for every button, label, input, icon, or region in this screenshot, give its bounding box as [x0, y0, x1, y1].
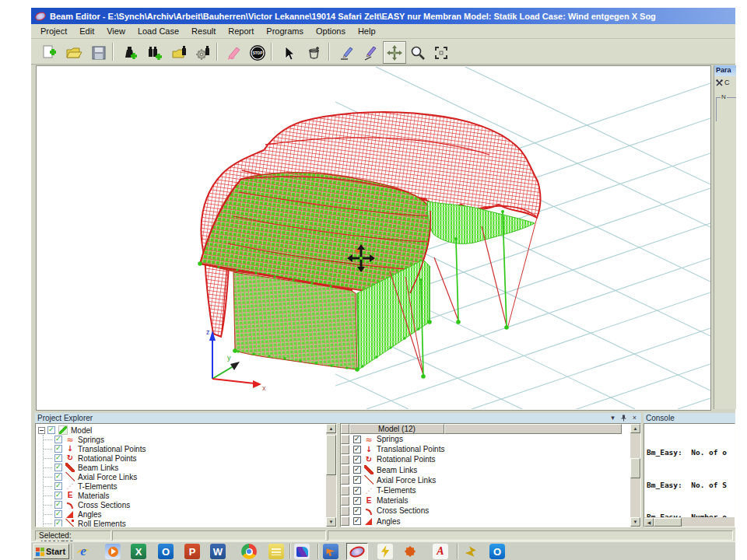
menu-view[interactable]: View [100, 26, 132, 37]
start-button[interactable]: Start [33, 544, 69, 559]
dock-menu-button[interactable]: ▾ [608, 414, 617, 422]
scroll-thumb[interactable] [326, 435, 336, 475]
model-row[interactable]: Rotational Points [341, 454, 640, 464]
parameter-panel-title[interactable]: Para [714, 65, 736, 76]
tree-row[interactable]: Materials [44, 491, 336, 500]
internet-explorer-icon[interactable]: e [75, 544, 91, 559]
model-row[interactable]: T-Elements [341, 485, 640, 495]
menu-load-case[interactable]: Load Case [132, 26, 185, 37]
tree-label[interactable]: T-Elements [78, 482, 117, 491]
tree-label[interactable]: Translational Points [78, 445, 146, 453]
t-elements-checkbox[interactable] [353, 487, 361, 495]
model-row-label[interactable]: Translational Points [377, 445, 444, 453]
project-explorer-header[interactable]: Project Explorer ▾ × [35, 413, 641, 423]
dock-pin-button[interactable] [619, 414, 628, 422]
model-row-label[interactable]: Springs [377, 435, 403, 443]
tree-row[interactable]: Axial Force Links [44, 472, 336, 481]
menu-options[interactable]: Options [310, 26, 352, 37]
excel-icon[interactable]: X [131, 544, 146, 559]
result-options-button[interactable] [191, 41, 215, 64]
model-row[interactable]: Axial Force Links [341, 475, 640, 485]
model-row[interactable]: Beam Links [341, 465, 640, 475]
console-scrollbar[interactable]: ◀ [644, 517, 735, 527]
menu-project[interactable]: Project [34, 26, 73, 37]
outlook-icon[interactable]: O [158, 544, 174, 559]
materials-checkbox[interactable] [54, 492, 62, 499]
translational-points-checkbox[interactable] [54, 445, 62, 453]
new-load-components-button[interactable] [143, 41, 167, 64]
scroll-down-button[interactable]: ▼ [326, 517, 336, 527]
axial-force-links-checkbox[interactable] [54, 473, 62, 481]
tree-row-model[interactable]: Model [36, 425, 336, 435]
media-player-icon[interactable] [105, 544, 121, 559]
beam-editor-taskbar-button[interactable] [346, 543, 368, 560]
color-palette-icon[interactable] [294, 544, 310, 559]
lightning-app-icon[interactable] [377, 544, 393, 559]
console-header[interactable]: Console [644, 413, 735, 423]
tree-scrollbar[interactable]: ▲ ▼ [326, 424, 336, 527]
scroll-thumb[interactable] [630, 458, 640, 478]
beam-links-checkbox[interactable] [353, 466, 361, 474]
beam-links-checkbox[interactable] [54, 464, 62, 471]
parameter-toolbar-label[interactable]: C [724, 79, 730, 86]
tree-row[interactable]: Roll Elements [44, 519, 336, 527]
axial-force-links-checkbox[interactable] [353, 476, 361, 484]
angles-checkbox[interactable] [54, 510, 62, 518]
tree-row[interactable]: Translational Points [44, 444, 336, 453]
model-list-scrollbar[interactable]: ▲ ▼ [630, 424, 640, 527]
select-cursor-button[interactable] [277, 41, 300, 64]
roll-elements-checkbox[interactable] [54, 520, 62, 527]
open-result-button[interactable] [168, 41, 191, 64]
tree-label[interactable]: Angles [78, 510, 102, 519]
menu-report[interactable]: Report [222, 26, 260, 37]
pointer-tool-icon[interactable] [323, 544, 338, 559]
cross-sections-checkbox[interactable] [54, 501, 62, 509]
tree-label[interactable]: Roll Elements [78, 520, 126, 528]
menu-result[interactable]: Result [185, 26, 222, 37]
tree-label[interactable]: Beam Links [78, 464, 118, 472]
model-row-label[interactable]: Angles [377, 517, 401, 526]
fit-view-button[interactable] [430, 41, 453, 64]
new-load-button[interactable] [118, 41, 142, 64]
springs-checkbox[interactable] [54, 436, 62, 443]
model-row-label[interactable]: Rotational Points [377, 455, 436, 464]
zoom-view-button[interactable] [406, 41, 430, 64]
materials-checkbox[interactable] [353, 497, 361, 505]
translational-points-checkbox[interactable] [353, 446, 361, 453]
model-column-header[interactable]: Model (12) [349, 424, 444, 434]
tree-label[interactable]: Rotational Points [78, 454, 137, 463]
chrome-icon[interactable] [241, 544, 257, 559]
gold-app-icon[interactable] [463, 544, 479, 559]
cross-sections-checkbox[interactable] [353, 507, 361, 515]
save-project-button[interactable] [87, 41, 110, 64]
draw-beam-element-button[interactable] [335, 41, 358, 64]
model-row-label[interactable]: Materials [377, 496, 409, 505]
model-row[interactable]: Cross Sections [341, 506, 640, 516]
acrobat-icon[interactable]: A [433, 544, 448, 559]
tree-row[interactable]: Beam Links [44, 463, 336, 472]
delete-bucket-button[interactable] [302, 41, 325, 64]
dock-close-button[interactable]: × [630, 414, 639, 422]
scroll-up-button[interactable]: ▲ [630, 424, 640, 433]
powerpoint-icon[interactable]: P [184, 544, 200, 559]
tree-row[interactable]: Angles [44, 509, 336, 519]
tree-row[interactable]: T-Elements [44, 481, 336, 491]
model-row-label[interactable]: Cross Sections [377, 506, 429, 515]
model-row[interactable]: Springs [341, 434, 640, 444]
sketch-eraser-button[interactable] [223, 41, 246, 64]
draw-axial-element-button[interactable] [358, 41, 381, 64]
menu-edit[interactable]: Edit [73, 26, 100, 37]
tree-label[interactable]: Springs [78, 436, 104, 444]
stop-button[interactable]: STOP [246, 41, 269, 64]
rotational-points-checkbox[interactable] [353, 456, 361, 464]
menu-help[interactable]: Help [352, 26, 382, 37]
tree-label[interactable]: Materials [78, 492, 110, 500]
model-row[interactable]: Translational Points [341, 444, 640, 454]
model-row[interactable]: Angles [341, 516, 640, 527]
model-row-label[interactable]: T-Elements [377, 486, 416, 495]
outlook-new-icon[interactable]: O [489, 544, 505, 559]
tree-label[interactable]: Axial Force Links [78, 473, 137, 481]
scroll-up-button[interactable]: ▲ [326, 424, 336, 433]
tree-label[interactable]: Cross Sections [78, 501, 130, 509]
tree-label[interactable]: Model [71, 426, 92, 435]
